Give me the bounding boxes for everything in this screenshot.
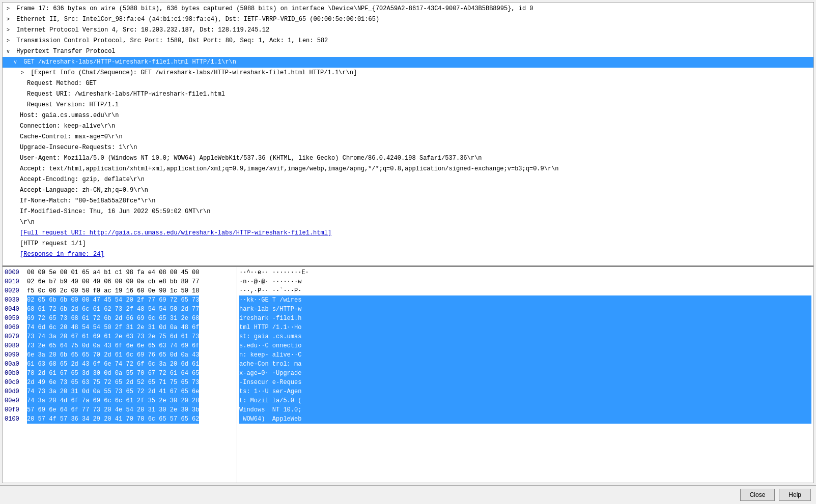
packet-details-window: > Frame 17: 636 bytes on wire (5088 bits… <box>2 2 814 483</box>
tree-line-uri[interactable]: Request URI: /wireshark-labs/HTTP-wiresh… <box>3 89 813 100</box>
text-if-modified: If-Modified-Since: Thu, 16 Jun 2022 05:5… <box>20 208 210 215</box>
hex-bytes-13: 74 73 3a 20 31 0d 0a 55 73 65 72 2d 41 6… <box>27 387 199 396</box>
hex-row-9: 0090 6e 3a 20 6b 65 65 70 2d 61 6c 69 76… <box>5 350 235 360</box>
expand-arrow-tcp[interactable]: > <box>7 37 13 46</box>
tree-line-version[interactable]: Request Version: HTTP/1.1 <box>3 100 813 110</box>
hex-bytes-2: f5 0c 06 2c 00 50 f0 ac 19 16 60 0e 90 1… <box>27 286 199 295</box>
hex-bytes-1: 02 6e b7 b9 40 00 40 06 00 00 0a cb e8 b… <box>27 277 199 286</box>
hex-row-7: 0070 73 74 3a 20 67 61 69 61 2e 63 73 2e… <box>5 332 235 341</box>
tree-line-crlf[interactable]: \r\n <box>3 217 813 228</box>
expand-arrow-ipv4[interactable]: > <box>7 26 13 35</box>
tree-line-ipv4[interactable]: > Internet Protocol Version 4, Src: 10.2… <box>3 25 813 36</box>
ascii-row-16: WOW64) AppleWeb <box>239 414 811 424</box>
ascii-row-1: ·n··@·@· ·······w <box>239 277 811 286</box>
hex-bytes-0: 00 00 5e 00 01 65 a4 b1 c1 98 fa e4 08 0… <box>27 268 199 277</box>
hex-row-4: 0040 68 61 72 6b 2d 6c 61 62 73 2f 48 54… <box>5 305 235 314</box>
tree-line-if-modified[interactable]: If-Modified-Since: Thu, 16 Jun 2022 05:5… <box>3 206 813 217</box>
expand-arrow-ethernet[interactable]: > <box>7 15 13 24</box>
text-uri: Request URI: /wireshark-labs/HTTP-wiresh… <box>27 91 225 98</box>
expand-arrow-http[interactable]: v <box>7 47 13 56</box>
hex-row-14: 00e0 74 3a 20 4d 6f 7a 69 6c 6c 61 2f 35… <box>5 396 235 405</box>
tree-line-host[interactable]: Host: gaia.cs.umass.edu\r\n <box>3 110 813 121</box>
hex-row-0: 0000 00 00 5e 00 01 65 a4 b1 c1 98 fa e4… <box>5 268 235 277</box>
tree-line-ethernet[interactable]: > Ethernet II, Src: IntelCor_98:fa:e4 (a… <box>3 14 813 25</box>
ascii-row-10: ache-Con trol: ma <box>239 360 811 369</box>
hex-bytes-6: 74 6d 6c 20 48 54 54 50 2f 31 2e 31 0d 0… <box>27 323 199 332</box>
expand-arrow-get[interactable]: v <box>14 58 20 67</box>
ascii-row-14: t: Mozil la/5.0 ( <box>239 396 811 405</box>
hex-offset-15: 00f0 <box>5 405 27 414</box>
ascii-row-2: ···,·P·· ··`···P· <box>239 286 811 295</box>
link-full-uri[interactable]: [Full request URI: http://gaia.cs.umass.… <box>20 229 331 236</box>
hex-left-panel: 0000 00 00 5e 00 01 65 a4 b1 c1 98 fa e4… <box>3 267 237 483</box>
tree-line-if-none-match[interactable]: If-None-Match: "80-5e18a55a28fce"\r\n <box>3 196 813 206</box>
hex-offset-8: 0080 <box>5 341 27 350</box>
hex-offset-4: 0040 <box>5 305 27 314</box>
hex-offset-6: 0060 <box>5 323 27 332</box>
tree-line-useragent[interactable]: User-Agent: Mozilla/5.0 (Windows NT 10.0… <box>3 153 813 164</box>
text-upgrade: Upgrade-Insecure-Requests: 1\r\n <box>20 144 137 151</box>
text-host: Host: gaia.cs.umass.edu\r\n <box>20 112 119 119</box>
text-version: Request Version: HTTP/1.1 <box>27 101 119 108</box>
hex-offset-1: 0010 <box>5 277 27 286</box>
close-button[interactable]: Close <box>740 489 775 501</box>
expand-arrow-frame[interactable]: > <box>7 5 13 14</box>
ascii-row-5: ireshark -file1.h <box>239 314 811 323</box>
ascii-row-15: Windows NT 10.0; <box>239 405 811 414</box>
hex-row-10: 00a0 61 63 68 65 2d 43 6f 6e 74 72 6f 6c… <box>5 360 235 369</box>
packet-tree-panel: > Frame 17: 636 bytes on wire (5088 bits… <box>3 3 813 267</box>
text-method: Request Method: GET <box>27 80 97 87</box>
tree-line-method[interactable]: Request Method: GET <box>3 78 813 89</box>
help-button[interactable]: Help <box>779 489 811 501</box>
hex-row-12: 00c0 2d 49 6e 73 65 63 75 72 65 2d 52 65… <box>5 378 235 387</box>
text-if-none-match: If-None-Match: "80-5e18a55a28fce"\r\n <box>20 197 155 204</box>
hex-row-5: 0050 69 72 65 73 68 61 72 6b 2d 66 69 6c… <box>5 314 235 323</box>
tree-line-cache[interactable]: Cache-Control: max-age=0\r\n <box>3 132 813 142</box>
tree-line-frame[interactable]: > Frame 17: 636 bytes on wire (5088 bits… <box>3 4 813 14</box>
tree-line-http-req[interactable]: [HTTP request 1/1] <box>3 239 813 249</box>
hex-bytes-15: 57 69 6e 64 6f 77 73 20 4e 54 20 31 30 2… <box>27 405 199 414</box>
hex-bytes-7: 73 74 3a 20 67 61 69 61 2e 63 73 2e 75 6… <box>27 332 199 341</box>
tree-line-response-frame[interactable]: [Response in frame: 24] <box>3 249 813 260</box>
hex-bytes-4: 68 61 72 6b 2d 6c 61 62 73 2f 48 54 54 5… <box>27 305 199 314</box>
hex-row-3: 0030 02 05 6b 6b 00 00 47 45 54 20 2f 77… <box>5 295 235 305</box>
hex-bytes-10: 61 63 68 65 2d 43 6f 6e 74 72 6f 6c 3a 2… <box>27 360 199 369</box>
text-ipv4: Internet Protocol Version 4, Src: 10.203… <box>13 26 269 34</box>
text-http-req: [HTTP request 1/1] <box>20 240 86 247</box>
ascii-row-12: -Insecur e-Reques <box>239 378 811 387</box>
tree-line-tcp[interactable]: > Transmission Control Protocol, Src Por… <box>3 36 813 46</box>
ascii-row-4: hark-lab s/HTTP-w <box>239 305 811 314</box>
ascii-row-11: x-age=0· ·Upgrade <box>239 369 811 378</box>
hex-bytes-5: 69 72 65 73 68 61 72 6b 2d 66 69 6c 65 3… <box>27 314 199 323</box>
text-get: GET /wireshark-labs/HTTP-wireshark-file1… <box>20 58 236 66</box>
ascii-row-7: st: gaia .cs.umas <box>239 332 811 341</box>
hex-offset-16: 0100 <box>5 414 27 424</box>
tree-line-get[interactable]: v GET /wireshark-labs/HTTP-wireshark-fil… <box>3 57 813 68</box>
hex-offset-9: 0090 <box>5 350 27 360</box>
tree-line-accept[interactable]: Accept: text/html,application/xhtml+xml,… <box>3 164 813 174</box>
hex-offset-13: 00d0 <box>5 387 27 396</box>
tree-line-connection[interactable]: Connection: keep-alive\r\n <box>3 121 813 132</box>
tree-line-http[interactable]: v Hypertext Transfer Protocol <box>3 46 813 57</box>
tree-line-expert[interactable]: > [Expert Info (Chat/Sequence): GET /wir… <box>3 68 813 78</box>
link-response-frame[interactable]: [Response in frame: 24] <box>20 251 104 258</box>
text-cache: Cache-Control: max-age=0\r\n <box>20 133 123 140</box>
hex-row-6: 0060 74 6d 6c 20 48 54 54 50 2f 31 2e 31… <box>5 323 235 332</box>
tree-line-accept-language[interactable]: Accept-Language: zh-CN,zh;q=0.9\r\n <box>3 185 813 196</box>
hex-offset-14: 00e0 <box>5 396 27 405</box>
ascii-row-9: n: keep- alive··C <box>239 350 811 360</box>
ascii-row-8: s.edu··C onnectio <box>239 341 811 350</box>
ascii-row-13: ts: 1··U ser-Agen <box>239 387 811 396</box>
ascii-row-0: ··^··e·· ········E· <box>239 268 811 277</box>
text-accept: Accept: text/html,application/xhtml+xml,… <box>20 165 559 172</box>
tree-line-accept-encoding[interactable]: Accept-Encoding: gzip, deflate\r\n <box>3 174 813 185</box>
tree-line-full-uri[interactable]: [Full request URI: http://gaia.cs.umass.… <box>3 228 813 239</box>
hex-offset-7: 0070 <box>5 332 27 341</box>
hex-bytes-9: 6e 3a 20 6b 65 65 70 2d 61 6c 69 76 65 0… <box>27 350 199 360</box>
hex-offset-2: 0020 <box>5 286 27 295</box>
hex-bytes-11: 78 2d 61 67 65 3d 30 0d 0a 55 70 67 72 6… <box>27 369 199 378</box>
expand-arrow-expert[interactable]: > <box>21 69 27 78</box>
tree-line-upgrade[interactable]: Upgrade-Insecure-Requests: 1\r\n <box>3 142 813 153</box>
hex-offset-5: 0050 <box>5 314 27 323</box>
hex-row-11: 00b0 78 2d 61 67 65 3d 30 0d 0a 55 70 67… <box>5 369 235 378</box>
